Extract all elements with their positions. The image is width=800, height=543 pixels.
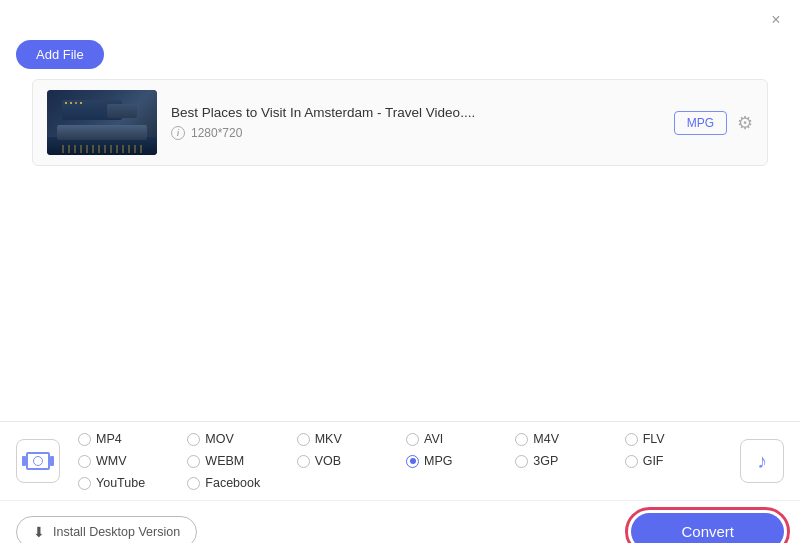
toolbar: Add File	[0, 36, 800, 79]
convert-button[interactable]: Convert	[631, 513, 784, 543]
video-format-icon[interactable]	[16, 439, 60, 483]
radio-mpg-dot	[410, 458, 416, 464]
file-resolution: 1280*720	[191, 126, 242, 140]
format-selector: MP4 MOV MKV AVI M4V	[0, 422, 800, 501]
format-mpg-label: MPG	[424, 454, 452, 468]
file-info: Best Places to Visit In Amsterdam - Trav…	[157, 105, 674, 140]
file-list-area: Best Places to Visit In Amsterdam - Trav…	[0, 79, 800, 176]
content-area: Best Places to Visit In Amsterdam - Trav…	[0, 79, 800, 543]
format-youtube[interactable]: YouTube	[74, 474, 183, 492]
radio-mp4[interactable]	[78, 433, 91, 446]
radio-avi[interactable]	[406, 433, 419, 446]
format-flv[interactable]: FLV	[621, 430, 730, 448]
radio-facebook[interactable]	[187, 477, 200, 490]
file-item: Best Places to Visit In Amsterdam - Trav…	[32, 79, 768, 166]
close-button[interactable]: ×	[766, 10, 786, 30]
format-m4v-label: M4V	[533, 432, 559, 446]
info-icon[interactable]: i	[171, 126, 185, 140]
footer: ⬇ Install Desktop Version Convert	[0, 501, 800, 543]
file-thumbnail	[47, 90, 157, 155]
file-meta: i 1280*720	[171, 126, 660, 140]
bottom-section: MP4 MOV MKV AVI M4V	[0, 421, 800, 543]
thumb-lights	[65, 102, 82, 104]
file-title: Best Places to Visit In Amsterdam - Trav…	[171, 105, 660, 120]
format-gif-label: GIF	[643, 454, 664, 468]
format-avi-label: AVI	[424, 432, 443, 446]
format-m4v[interactable]: M4V	[511, 430, 620, 448]
thumbnail-image	[47, 90, 157, 155]
format-mp4-label: MP4	[96, 432, 122, 446]
format-mp4[interactable]: MP4	[74, 430, 183, 448]
format-mkv[interactable]: MKV	[293, 430, 402, 448]
radio-3gp[interactable]	[515, 455, 528, 468]
empty-area	[0, 176, 800, 421]
radio-mpg[interactable]	[406, 455, 419, 468]
format-mkv-label: MKV	[315, 432, 342, 446]
format-youtube-label: YouTube	[96, 476, 145, 490]
radio-mkv[interactable]	[297, 433, 310, 446]
film-strip-icon	[26, 452, 50, 470]
radio-m4v[interactable]	[515, 433, 528, 446]
format-mov-label: MOV	[205, 432, 233, 446]
add-file-button[interactable]: Add File	[16, 40, 104, 69]
format-wmv-label: WMV	[96, 454, 127, 468]
install-label: Install Desktop Version	[53, 525, 180, 539]
radio-flv[interactable]	[625, 433, 638, 446]
radio-gif[interactable]	[625, 455, 638, 468]
format-vob-label: VOB	[315, 454, 341, 468]
format-3gp[interactable]: 3GP	[511, 452, 620, 470]
format-webm[interactable]: WEBM	[183, 452, 292, 470]
audio-format-button[interactable]: ♪	[740, 439, 784, 483]
format-webm-label: WEBM	[205, 454, 244, 468]
format-mpg[interactable]: MPG	[402, 452, 511, 470]
format-vob[interactable]: VOB	[293, 452, 402, 470]
format-flv-label: FLV	[643, 432, 665, 446]
film-circle	[33, 456, 43, 466]
format-avi[interactable]: AVI	[402, 430, 511, 448]
format-3gp-label: 3GP	[533, 454, 558, 468]
format-facebook-label: Facebook	[205, 476, 260, 490]
thumb-reflections	[62, 145, 142, 153]
download-icon: ⬇	[33, 524, 45, 540]
format-wmv[interactable]: WMV	[74, 452, 183, 470]
format-gif[interactable]: GIF	[621, 452, 730, 470]
format-facebook[interactable]: Facebook	[183, 474, 292, 492]
file-actions: MPG ⚙	[674, 111, 753, 135]
radio-mov[interactable]	[187, 433, 200, 446]
settings-icon[interactable]: ⚙	[737, 112, 753, 134]
format-mov[interactable]: MOV	[183, 430, 292, 448]
radio-wmv[interactable]	[78, 455, 91, 468]
install-desktop-button[interactable]: ⬇ Install Desktop Version	[16, 516, 197, 544]
thumb-buildings2	[107, 104, 137, 118]
radio-vob[interactable]	[297, 455, 310, 468]
thumb-bridge	[57, 125, 147, 140]
radio-youtube[interactable]	[78, 477, 91, 490]
formats-grid: MP4 MOV MKV AVI M4V	[74, 430, 730, 492]
title-bar: ×	[0, 0, 800, 36]
format-badge[interactable]: MPG	[674, 111, 727, 135]
radio-webm[interactable]	[187, 455, 200, 468]
